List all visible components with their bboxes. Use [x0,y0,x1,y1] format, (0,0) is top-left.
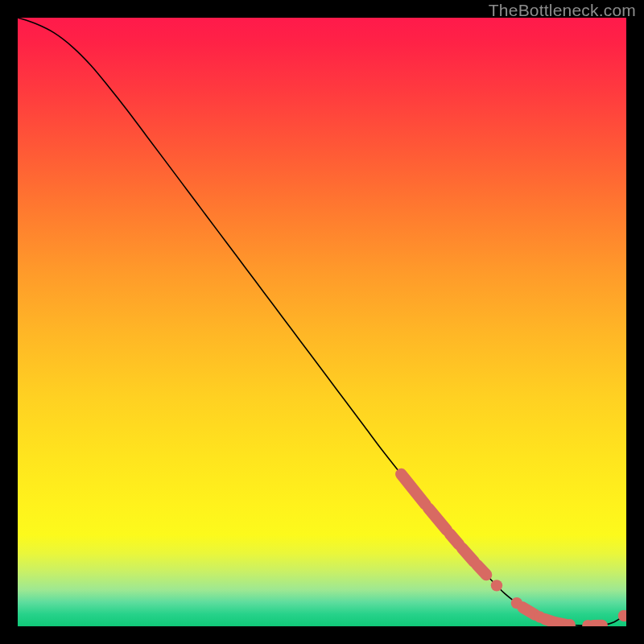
marker-pill [477,565,486,575]
marker-pill [462,548,474,562]
plot-area [18,18,626,626]
marker-pill [450,534,459,544]
marker-pill [401,474,425,505]
marker-pill [428,508,447,530]
chart-stage: TheBottleneck.com [0,0,644,644]
marker-pill [522,608,535,615]
chart-svg [18,18,626,626]
bottleneck-curve [18,18,626,625]
marker-dot [491,580,502,591]
highlight-markers [401,474,626,626]
marker-dot [618,610,626,621]
